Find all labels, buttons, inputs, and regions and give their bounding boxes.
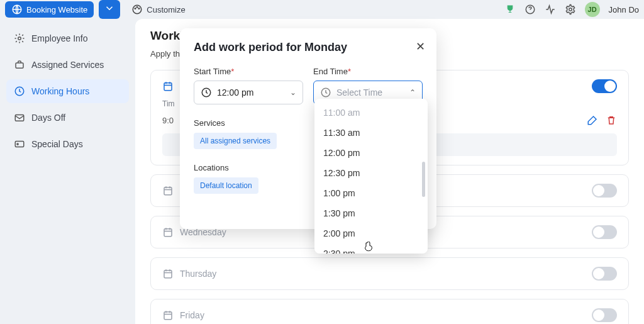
svg-point-6 — [569, 8, 572, 11]
locations-chip[interactable]: Default location — [194, 177, 258, 194]
svg-point-12 — [17, 143, 18, 145]
services-chip[interactable]: All assigned services — [194, 133, 277, 149]
cursor-icon — [364, 242, 374, 254]
day-label: Thursday — [180, 269, 216, 279]
help-icon[interactable] — [525, 4, 536, 15]
start-time-label: Start Time* — [194, 67, 234, 76]
svg-rect-8 — [16, 63, 23, 68]
svg-point-2 — [135, 8, 136, 9]
modal-title: Add work period for Monday — [194, 41, 423, 54]
avatar-initials: JD — [588, 6, 597, 13]
day-row-thursday[interactable]: Thursday — [150, 257, 629, 290]
day-toggle[interactable] — [592, 308, 617, 322]
end-time-label: End Time* — [313, 67, 351, 76]
card-icon — [14, 138, 25, 150]
slot-time: 9:0 — [162, 116, 174, 125]
start-time-value: 12:00 pm — [217, 87, 253, 98]
customize-label: Customize — [147, 5, 185, 14]
day-toggle-monday[interactable] — [592, 79, 617, 93]
calendar-icon — [162, 81, 174, 92]
calendar-icon — [162, 268, 174, 279]
day-row-friday[interactable]: Friday — [150, 299, 629, 324]
topbar-right: JD John Do — [504, 2, 639, 17]
time-option[interactable]: 2:00 pm — [314, 223, 428, 243]
gear-icon — [14, 33, 25, 44]
sidebar-item-employee-info[interactable]: Employee Info — [6, 26, 129, 50]
sidebar-item-label: Special Days — [31, 139, 83, 149]
trash-icon[interactable] — [606, 115, 617, 126]
scrollbar-thumb[interactable] — [422, 162, 425, 197]
start-time-select[interactable]: 12:00 pm ⌄ — [194, 81, 303, 104]
activity-icon[interactable] — [545, 4, 556, 15]
sidebar-item-label: Employee Info — [31, 33, 88, 43]
close-icon[interactable]: ✕ — [416, 40, 425, 53]
end-time-placeholder: Select Time — [336, 87, 382, 98]
sidebar-item-special-days[interactable]: Special Days — [6, 132, 129, 156]
sidebar-item-assigned-services[interactable]: Assigned Services — [6, 53, 129, 77]
svg-rect-10 — [15, 115, 24, 121]
trophy-icon[interactable] — [504, 4, 516, 15]
svg-point-7 — [18, 37, 21, 40]
day-label: Friday — [180, 310, 204, 320]
end-time-dropdown: 11:00 am 11:30 am 12:00 pm 12:30 pm 1:00… — [314, 99, 428, 254]
palette-icon — [131, 4, 143, 15]
time-option[interactable]: 12:00 pm — [314, 143, 428, 163]
envelope-icon — [14, 112, 25, 123]
svg-rect-14 — [164, 187, 172, 195]
sidebar-item-label: Working Hours — [31, 86, 89, 96]
svg-rect-13 — [164, 83, 172, 91]
time-option[interactable]: 11:00 am — [314, 103, 428, 123]
sidebar-item-days-off[interactable]: Days Off — [6, 106, 129, 130]
time-option[interactable]: 1:30 pm — [314, 203, 428, 223]
user-name[interactable]: John Do — [609, 5, 639, 14]
svg-point-3 — [137, 7, 138, 8]
clock-icon — [14, 86, 25, 97]
settings-icon[interactable] — [565, 4, 576, 15]
svg-rect-15 — [164, 229, 172, 237]
sidebar-item-label: Days Off — [31, 113, 65, 123]
topbar: Booking Website Customize JD John Do — [0, 0, 644, 19]
time-option[interactable]: 1:00 pm — [314, 183, 428, 203]
sidebar-item-label: Assigned Services — [31, 60, 104, 70]
booking-website-button[interactable]: Booking Website — [5, 1, 94, 18]
chevron-up-icon: ⌃ — [409, 88, 416, 97]
edit-icon[interactable] — [587, 115, 598, 126]
svg-rect-16 — [164, 271, 172, 278]
clock-icon — [320, 87, 331, 98]
calendar-icon — [162, 185, 174, 196]
svg-point-4 — [139, 8, 140, 9]
day-toggle[interactable] — [592, 184, 617, 198]
booking-dropdown-toggle[interactable] — [99, 0, 120, 19]
briefcase-icon — [14, 59, 25, 70]
globe-icon — [11, 4, 23, 15]
calendar-icon — [162, 310, 174, 321]
calendar-icon — [162, 226, 174, 238]
day-toggle[interactable] — [592, 267, 617, 281]
day-toggle[interactable] — [592, 225, 617, 239]
booking-website-label: Booking Website — [26, 5, 87, 14]
chevron-down-icon: ⌄ — [290, 88, 296, 97]
time-option[interactable]: 12:30 pm — [314, 163, 428, 183]
chevron-down-icon — [104, 3, 115, 14]
sidebar-item-working-hours[interactable]: Working Hours — [6, 79, 129, 103]
sidebar: Employee Info Assigned Services Working … — [0, 19, 135, 324]
time-option[interactable]: 11:30 am — [314, 123, 428, 143]
clock-icon — [201, 87, 212, 98]
avatar[interactable]: JD — [585, 2, 600, 17]
svg-rect-17 — [164, 312, 172, 320]
customize-button[interactable]: Customize — [125, 1, 191, 18]
